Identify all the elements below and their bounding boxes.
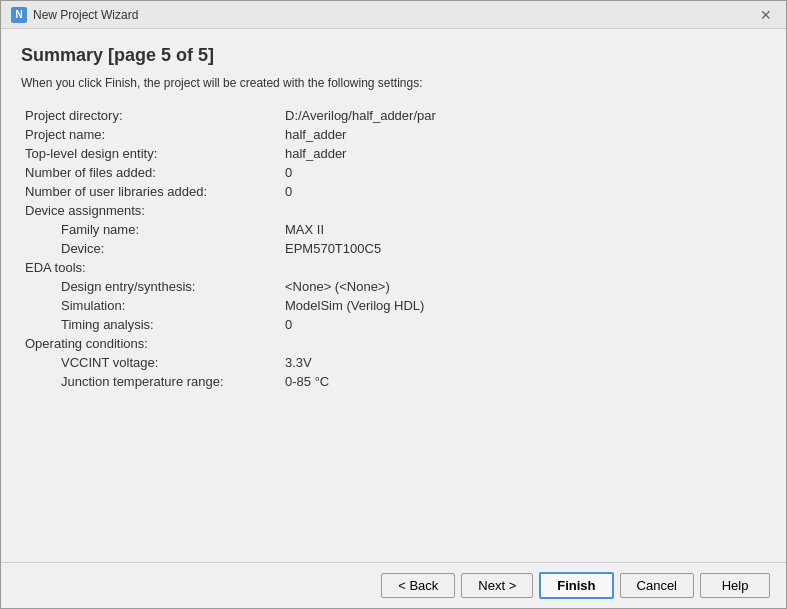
row-value: 0 [281, 163, 766, 182]
row-value [281, 258, 766, 277]
table-row: EDA tools: [21, 258, 766, 277]
table-row: Family name:MAX II [21, 220, 766, 239]
back-button[interactable]: < Back [381, 573, 455, 598]
table-row: Junction temperature range:0-85 °C [21, 372, 766, 391]
titlebar-title: New Project Wizard [33, 8, 138, 22]
table-row: Number of files added:0 [21, 163, 766, 182]
row-label: Device assignments: [21, 201, 281, 220]
table-row: Top-level design entity:half_adder [21, 144, 766, 163]
row-label: Design entry/synthesis: [21, 277, 281, 296]
footer: < Back Next > Finish Cancel Help [1, 562, 786, 608]
row-value: 3.3V [281, 353, 766, 372]
finish-button[interactable]: Finish [539, 572, 613, 599]
table-row: Timing analysis:0 [21, 315, 766, 334]
row-label: Junction temperature range: [21, 372, 281, 391]
cancel-button[interactable]: Cancel [620, 573, 694, 598]
row-value [281, 334, 766, 353]
row-label: Project name: [21, 125, 281, 144]
table-row: Design entry/synthesis:<None> (<None>) [21, 277, 766, 296]
table-row: Device assignments: [21, 201, 766, 220]
row-value [281, 201, 766, 220]
row-label: Family name: [21, 220, 281, 239]
next-button[interactable]: Next > [461, 573, 533, 598]
titlebar: N New Project Wizard ✕ [1, 1, 786, 29]
row-value: <None> (<None>) [281, 277, 766, 296]
row-value: D:/Averilog/half_adder/par [281, 106, 766, 125]
help-button[interactable]: Help [700, 573, 770, 598]
wizard-window: N New Project Wizard ✕ Summary [page 5 o… [0, 0, 787, 609]
row-label: Timing analysis: [21, 315, 281, 334]
row-label: Device: [21, 239, 281, 258]
row-label: Operating conditions: [21, 334, 281, 353]
row-value: 0-85 °C [281, 372, 766, 391]
row-value: 0 [281, 182, 766, 201]
row-value: MAX II [281, 220, 766, 239]
row-label: Simulation: [21, 296, 281, 315]
row-value: half_adder [281, 125, 766, 144]
page-title: Summary [page 5 of 5] [21, 45, 766, 66]
row-value: 0 [281, 315, 766, 334]
close-icon[interactable]: ✕ [756, 7, 776, 23]
row-value: EPM570T100C5 [281, 239, 766, 258]
intro-text: When you click Finish, the project will … [21, 76, 766, 90]
table-row: Project name:half_adder [21, 125, 766, 144]
row-value: ModelSim (Verilog HDL) [281, 296, 766, 315]
row-label: VCCINT voltage: [21, 353, 281, 372]
row-label: Top-level design entity: [21, 144, 281, 163]
table-row: VCCINT voltage:3.3V [21, 353, 766, 372]
table-row: Device:EPM570T100C5 [21, 239, 766, 258]
row-label: Project directory: [21, 106, 281, 125]
row-label: EDA tools: [21, 258, 281, 277]
table-row: Project directory:D:/Averilog/half_adder… [21, 106, 766, 125]
titlebar-left: N New Project Wizard [11, 7, 138, 23]
app-icon: N [11, 7, 27, 23]
row-label: Number of files added: [21, 163, 281, 182]
table-row: Number of user libraries added:0 [21, 182, 766, 201]
content-area: Summary [page 5 of 5] When you click Fin… [1, 29, 786, 562]
row-value: half_adder [281, 144, 766, 163]
summary-table: Project directory:D:/Averilog/half_adder… [21, 106, 766, 391]
row-label: Number of user libraries added: [21, 182, 281, 201]
table-row: Operating conditions: [21, 334, 766, 353]
table-row: Simulation:ModelSim (Verilog HDL) [21, 296, 766, 315]
